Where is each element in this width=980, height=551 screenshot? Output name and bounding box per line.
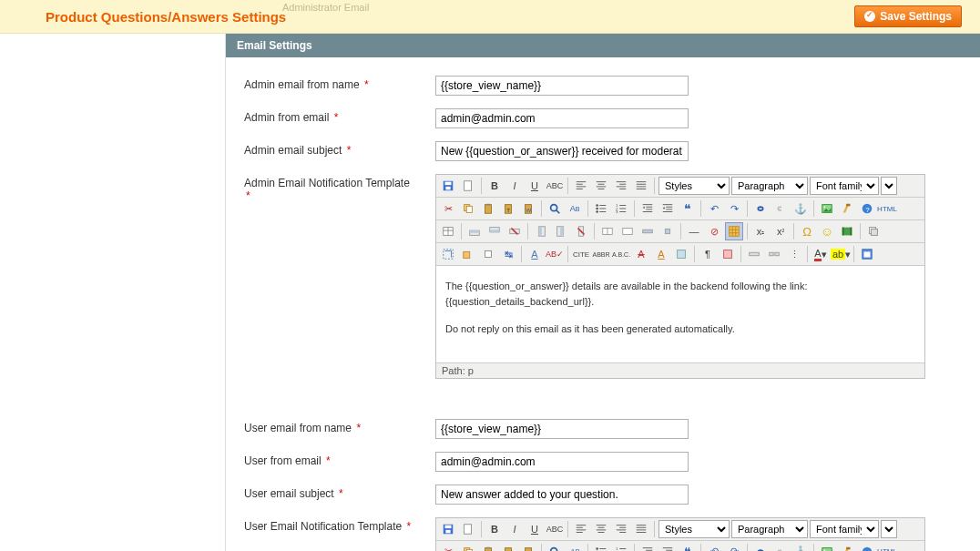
outdent-icon[interactable]: [638, 199, 657, 218]
input-user-from-name[interactable]: [435, 419, 689, 439]
cut-icon[interactable]: ✂: [439, 543, 457, 552]
save-settings-button[interactable]: Save Settings: [854, 5, 962, 27]
align-right-icon[interactable]: [612, 177, 630, 195]
paste-icon[interactable]: [479, 543, 497, 552]
emoticon-icon[interactable]: ☺: [818, 222, 836, 240]
blockquote-icon[interactable]: ❝: [679, 543, 697, 552]
forecolor-icon[interactable]: A▾: [812, 245, 830, 263]
redo-icon[interactable]: ↷: [725, 199, 743, 218]
hr-icon[interactable]: —: [685, 222, 703, 240]
media-icon[interactable]: [838, 222, 856, 240]
number-list-icon[interactable]: 123: [612, 199, 630, 218]
paste-icon[interactable]: [479, 199, 497, 218]
paragraph-select[interactable]: Paragraph: [731, 177, 808, 195]
paragraph-select[interactable]: Paragraph: [731, 520, 808, 538]
split-cells-icon[interactable]: [598, 222, 617, 240]
number-list-icon[interactable]: 123: [612, 543, 630, 552]
cell-props-icon[interactable]: [658, 222, 677, 240]
bold-icon[interactable]: B: [485, 520, 504, 538]
html-icon[interactable]: HTML: [878, 199, 896, 218]
copy-icon[interactable]: [459, 543, 477, 552]
layer-props-icon[interactable]: ↹: [499, 245, 517, 263]
backcolor-icon[interactable]: ab▾: [832, 245, 850, 263]
remove-format-icon[interactable]: ⊘: [705, 222, 723, 240]
input-user-from-email[interactable]: [435, 452, 689, 472]
del-icon[interactable]: A: [632, 245, 650, 263]
paste-word-icon[interactable]: W: [519, 543, 537, 552]
editor-content-area[interactable]: The {{question_or_answer}} details are a…: [436, 266, 924, 362]
bullet-list-icon[interactable]: [592, 543, 610, 552]
table-icon[interactable]: [439, 222, 457, 240]
font-family-select[interactable]: Font family: [810, 520, 879, 538]
italic-icon[interactable]: I: [505, 177, 524, 195]
pagebreak-icon[interactable]: ⋮: [785, 245, 803, 263]
row-props-icon[interactable]: [638, 222, 657, 240]
find-icon[interactable]: [546, 199, 564, 218]
find-icon[interactable]: [546, 543, 564, 552]
delete-row-icon[interactable]: [505, 222, 524, 240]
newdoc-icon[interactable]: [459, 520, 477, 538]
align-center-icon[interactable]: [592, 520, 610, 538]
cleanup-icon[interactable]: [838, 543, 856, 552]
indent-icon[interactable]: [658, 199, 677, 218]
replace-icon[interactable]: AB: [566, 543, 584, 552]
outdent-icon[interactable]: [638, 543, 657, 552]
input-admin-from-name[interactable]: [435, 76, 689, 96]
font-family-select[interactable]: Font family: [810, 177, 879, 195]
visualblocks-icon[interactable]: [719, 245, 737, 263]
styleprops-icon[interactable]: A: [526, 245, 544, 263]
image-icon[interactable]: [818, 199, 836, 218]
attribs-icon[interactable]: [672, 245, 690, 263]
link-icon[interactable]: [751, 543, 770, 552]
help-icon[interactable]: ?: [858, 543, 876, 552]
cut-icon[interactable]: ✂: [439, 199, 457, 218]
copy-icon[interactable]: [459, 199, 477, 218]
merge-cells-icon[interactable]: [618, 222, 637, 240]
newdoc-icon[interactable]: [459, 177, 477, 195]
italic-icon[interactable]: I: [505, 520, 524, 538]
bold-icon[interactable]: B: [485, 177, 504, 195]
undo-icon[interactable]: ↶: [705, 199, 723, 218]
font-size-select[interactable]: F: [881, 177, 897, 195]
col-before-icon[interactable]: [532, 222, 550, 240]
image-icon[interactable]: [818, 543, 836, 552]
font-size-select[interactable]: F: [881, 520, 897, 538]
indent-icon[interactable]: [658, 543, 677, 552]
visual-aid-icon[interactable]: [725, 222, 743, 240]
input-admin-from-email[interactable]: [435, 108, 689, 128]
replace-icon[interactable]: AB: [566, 199, 584, 218]
subscript-icon[interactable]: x₂: [751, 222, 770, 240]
col-after-icon[interactable]: [552, 222, 570, 240]
layer-icon[interactable]: [864, 222, 883, 240]
redo-icon[interactable]: ↷: [725, 543, 743, 552]
save-icon[interactable]: [439, 520, 457, 538]
styles-select[interactable]: Styles: [658, 177, 730, 195]
html-icon[interactable]: HTML: [878, 543, 896, 552]
input-admin-subject[interactable]: [435, 141, 689, 161]
paste-text-icon[interactable]: T: [499, 199, 517, 218]
acronym-icon[interactable]: A.B.C.: [612, 245, 630, 263]
move-forward-icon[interactable]: [439, 245, 457, 263]
charmap-icon[interactable]: Ω: [798, 222, 816, 240]
superscript-icon[interactable]: x²: [771, 222, 790, 240]
align-center-icon[interactable]: [592, 177, 610, 195]
row-before-icon[interactable]: [465, 222, 484, 240]
bullet-list-icon[interactable]: [592, 199, 610, 218]
save-icon[interactable]: [439, 177, 457, 195]
styles-select[interactable]: Styles: [658, 520, 730, 538]
underline-icon[interactable]: U: [526, 177, 544, 195]
unlink-icon[interactable]: [771, 199, 790, 218]
align-right-icon[interactable]: [612, 520, 630, 538]
underline-icon[interactable]: U: [526, 520, 544, 538]
delete-col-icon[interactable]: [572, 222, 590, 240]
input-user-subject[interactable]: [435, 485, 689, 505]
align-left-icon[interactable]: [572, 520, 590, 538]
spellcheck-icon[interactable]: AB✓: [546, 245, 564, 263]
align-justify-icon[interactable]: [632, 177, 650, 195]
nonbreaking-icon[interactable]: [745, 245, 763, 263]
fullscreen-icon[interactable]: [858, 245, 876, 263]
paste-text-icon[interactable]: T: [499, 543, 517, 552]
ins-icon[interactable]: A: [652, 245, 670, 263]
anchor-icon[interactable]: ⚓: [791, 543, 810, 552]
anchor-icon[interactable]: ⚓: [791, 199, 810, 218]
